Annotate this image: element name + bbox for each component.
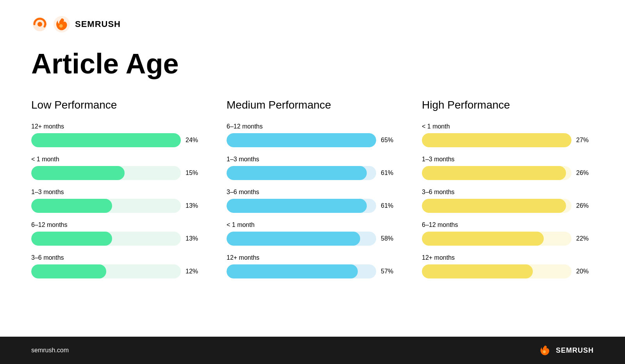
bar-fill: [422, 232, 544, 246]
bar-group: 12+ months24%: [31, 123, 203, 147]
bar-fill: [422, 166, 566, 180]
bar-percentage: 57%: [381, 268, 398, 275]
bar-fill: [227, 264, 358, 278]
bar-track: [31, 232, 181, 246]
footer: semrush.com SEMRUSH: [0, 337, 625, 364]
bar-group: 6–12 months65%: [227, 123, 398, 147]
bar-fill: [227, 166, 367, 180]
footer-semrush-icon: [538, 343, 552, 357]
bar-label: 3–6 months: [31, 254, 203, 261]
bar-group: 1–3 months26%: [422, 156, 594, 180]
columns-container: Low Performance12+ months24%< 1 month15%…: [31, 99, 594, 287]
bar-label: 6–12 months: [227, 123, 398, 130]
column-low: Low Performance12+ months24%< 1 month15%…: [31, 99, 227, 287]
footer-logo: SEMRUSH: [538, 343, 594, 357]
bar-track: [422, 232, 571, 246]
bar-fill: [227, 133, 376, 147]
bar-fill: [227, 199, 367, 213]
bar-group: 1–3 months61%: [227, 156, 398, 180]
bar-row: 15%: [31, 166, 203, 180]
bar-percentage: 15%: [186, 170, 203, 177]
bar-row: 22%: [422, 232, 594, 246]
bar-fill: [227, 232, 360, 246]
bar-percentage: 26%: [576, 170, 594, 177]
bar-track: [422, 166, 571, 180]
bar-fill: [31, 232, 112, 246]
bar-fill: [422, 199, 566, 213]
bar-track: [422, 199, 571, 213]
bar-track: [227, 133, 376, 147]
bar-label: 12+ months: [422, 254, 594, 261]
svg-point-3: [59, 24, 63, 28]
bar-row: 24%: [31, 133, 203, 147]
bar-group: < 1 month58%: [227, 221, 398, 246]
bar-row: 20%: [422, 264, 594, 278]
bar-row: 13%: [31, 199, 203, 213]
bar-track: [227, 199, 376, 213]
bar-group: 3–6 months12%: [31, 254, 203, 278]
svg-point-1: [38, 22, 42, 27]
bar-track: [227, 232, 376, 246]
footer-url: semrush.com: [31, 347, 69, 354]
bar-track: [31, 166, 181, 180]
bar-row: 12%: [31, 264, 203, 278]
bar-group: 6–12 months13%: [31, 221, 203, 246]
bar-group: < 1 month27%: [422, 123, 594, 147]
bar-track: [227, 264, 376, 278]
bar-label: 12+ months: [31, 123, 203, 130]
bar-track: [422, 133, 571, 147]
header: SEMRUSH: [31, 16, 594, 33]
bar-label: < 1 month: [31, 156, 203, 163]
bar-row: 61%: [227, 199, 398, 213]
bar-fill: [31, 264, 106, 278]
bar-track: [31, 264, 181, 278]
bar-percentage: 61%: [381, 202, 398, 209]
bar-fill: [31, 166, 125, 180]
bar-label: 1–3 months: [31, 189, 203, 196]
bar-track: [31, 133, 181, 147]
bar-row: 57%: [227, 264, 398, 278]
bar-percentage: 27%: [576, 137, 594, 144]
bar-fill: [31, 133, 181, 147]
bar-group: 1–3 months13%: [31, 189, 203, 213]
bar-percentage: 24%: [186, 137, 203, 144]
bar-track: [227, 166, 376, 180]
bar-group: < 1 month15%: [31, 156, 203, 180]
bar-label: < 1 month: [227, 221, 398, 228]
bar-percentage: 13%: [186, 202, 203, 209]
bar-label: 1–3 months: [227, 156, 398, 163]
column-title-low: Low Performance: [31, 99, 203, 111]
logo-text: SEMRUSH: [75, 19, 121, 29]
bar-label: < 1 month: [422, 123, 594, 130]
bar-label: 6–12 months: [422, 221, 594, 228]
bar-row: 61%: [227, 166, 398, 180]
bar-percentage: 12%: [186, 268, 203, 275]
column-title-high: High Performance: [422, 99, 594, 111]
semrush-flame-logo: [53, 16, 70, 33]
bar-fill: [422, 264, 533, 278]
bar-fill: [31, 199, 112, 213]
bar-label: 3–6 months: [227, 189, 398, 196]
semrush-logo-icon: [31, 16, 48, 33]
bar-group: 12+ months57%: [227, 254, 398, 278]
bar-row: 27%: [422, 133, 594, 147]
bar-row: 65%: [227, 133, 398, 147]
footer-logo-text: SEMRUSH: [556, 346, 594, 355]
bar-fill: [422, 133, 571, 147]
bar-row: 26%: [422, 199, 594, 213]
bar-percentage: 20%: [576, 268, 594, 275]
bar-label: 12+ months: [227, 254, 398, 261]
bar-label: 3–6 months: [422, 189, 594, 196]
bar-percentage: 65%: [381, 137, 398, 144]
bar-percentage: 61%: [381, 170, 398, 177]
main-content: SEMRUSH Article Age Low Performance12+ m…: [0, 0, 625, 337]
bar-group: 3–6 months61%: [227, 189, 398, 213]
bar-group: 6–12 months22%: [422, 221, 594, 246]
bar-label: 6–12 months: [31, 221, 203, 228]
bar-track: [422, 264, 571, 278]
column-high: High Performance< 1 month27%1–3 months26…: [422, 99, 594, 287]
bar-percentage: 58%: [381, 235, 398, 242]
bar-percentage: 22%: [576, 235, 594, 242]
column-title-medium: Medium Performance: [227, 99, 398, 111]
bar-group: 3–6 months26%: [422, 189, 594, 213]
